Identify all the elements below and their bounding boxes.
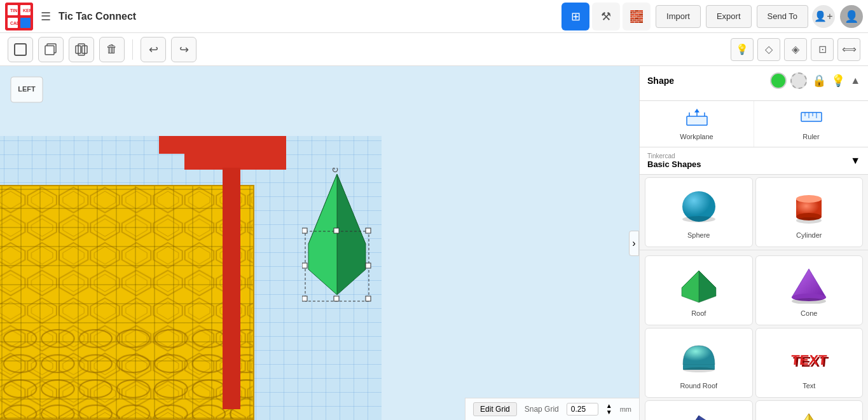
- snap-down-btn[interactable]: ▼: [606, 409, 612, 416]
- text-label: Text: [803, 382, 815, 390]
- sphere-shape-item[interactable]: Sphere: [645, 177, 753, 247]
- collapse-panel-btn[interactable]: ›: [629, 231, 639, 256]
- send-to-btn[interactable]: Send To: [757, 5, 808, 28]
- add-user-icon[interactable]: 👤+: [812, 5, 835, 28]
- tool-panel: Workplane Ruler: [640, 101, 868, 147]
- topbar: TIN KER CAD ☰ Tic Tac Connect ⊞ ⚒ 🧱 Impo…: [0, 0, 868, 33]
- hole-color-btn[interactable]: [790, 72, 807, 89]
- svg-marker-39: [694, 109, 699, 112]
- build-btn[interactable]: ⚒: [592, 3, 620, 30]
- selected-green-shape[interactable]: ↻ ↻: [302, 168, 372, 308]
- import-btn[interactable]: Import: [656, 5, 701, 28]
- svg-point-46: [682, 216, 715, 222]
- svg-point-58: [683, 367, 715, 372]
- ruler-label: Ruler: [803, 133, 819, 140]
- svg-rect-10: [45, 46, 54, 55]
- edit-grid-btn[interactable]: Edit Grid: [473, 402, 517, 416]
- pyramid-shape-item[interactable]: Pyramid: [755, 400, 864, 420]
- red-bar-vert: [223, 168, 240, 409]
- grid-view-btn[interactable]: ⊞: [561, 3, 589, 30]
- svg-rect-29: [366, 263, 371, 268]
- redo-tool[interactable]: ↪: [171, 37, 196, 62]
- bulb-icon[interactable]: 💡: [831, 74, 845, 88]
- top-right-icons: ⊞ ⚒ 🧱 Import Export Send To 👤+ 👤: [561, 3, 863, 30]
- shape-colors: [770, 72, 807, 89]
- svg-rect-27: [366, 228, 371, 233]
- sphere-label: Sphere: [687, 231, 710, 239]
- svg-marker-22: [337, 174, 366, 295]
- list-icon[interactable]: ☰: [41, 10, 51, 24]
- duplicate-tool[interactable]: [38, 37, 64, 62]
- red-bar-top: [159, 136, 286, 154]
- grid-toggle-tool[interactable]: ⊡: [811, 38, 834, 61]
- mirror-tool[interactable]: ⟺: [837, 38, 860, 61]
- viewport[interactable]: LEFT ⌂ ⊕ + − ⊡: [0, 66, 639, 420]
- svg-marker-65: [790, 414, 809, 420]
- text-shape-item[interactable]: TEXT TEXT Text: [755, 328, 864, 398]
- export-btn[interactable]: Export: [706, 5, 752, 28]
- text-canvas: TEXT TEXT: [783, 335, 834, 379]
- svg-rect-20: [0, 326, 252, 419]
- new-shape-tool[interactable]: [8, 37, 33, 62]
- svg-text:↻: ↻: [331, 168, 339, 175]
- shape-title: Shape: [647, 76, 674, 86]
- library-header: Tinkercad Basic Shapes ▼: [640, 147, 868, 175]
- svg-rect-25: [302, 228, 307, 233]
- cone-canvas: [783, 262, 834, 307]
- wedge-canvas: [673, 407, 724, 420]
- top-shapes-row: Sphere: [640, 175, 868, 250]
- snap-grid-label: Snap Grid: [525, 405, 559, 414]
- group-tool[interactable]: [69, 37, 94, 62]
- cylinder-label: Cylinder: [796, 231, 822, 239]
- svg-rect-8: [15, 44, 26, 55]
- svg-rect-35: [687, 116, 707, 125]
- user-avatar[interactable]: 👤: [840, 5, 863, 28]
- toolbar: 🗑 ↩ ↪ 💡 ◇ ◈ ⊡ ⟺: [0, 33, 868, 66]
- roof-shape-item[interactable]: Roof: [645, 255, 753, 325]
- snap-value-input[interactable]: [567, 403, 598, 416]
- round-roof-shape-item[interactable]: Round Roof: [645, 328, 753, 398]
- cylinder-shape-item[interactable]: Cylinder: [755, 177, 864, 247]
- workplane-tool[interactable]: Workplane: [640, 101, 754, 147]
- cone-shape-item[interactable]: Cone: [755, 255, 864, 325]
- svg-text:KER: KER: [23, 8, 32, 13]
- tinkercad-logo[interactable]: TIN KER CAD: [5, 3, 33, 30]
- ruler-tool[interactable]: Ruler: [754, 101, 868, 147]
- svg-marker-62: [680, 416, 699, 420]
- main-area: LEFT ⌂ ⊕ + − ⊡: [0, 66, 868, 420]
- library-dropdown-btn[interactable]: ▼: [850, 155, 860, 166]
- align-tool[interactable]: ◈: [784, 38, 807, 61]
- library-subtitle: Basic Shapes: [647, 159, 701, 169]
- undo-tool[interactable]: ↩: [141, 37, 166, 62]
- library-brand: Tinkercad: [647, 152, 701, 159]
- svg-marker-23: [308, 174, 337, 295]
- svg-text:TIN: TIN: [10, 8, 17, 13]
- delete-tool[interactable]: 🗑: [99, 37, 125, 62]
- svg-text:CAD: CAD: [10, 21, 20, 25]
- svg-rect-4: [20, 18, 31, 28]
- workplane-label: Workplane: [680, 133, 713, 140]
- shape-outline-tool[interactable]: ◇: [757, 38, 780, 61]
- light-tool[interactable]: 💡: [731, 38, 754, 61]
- red-bar-mid: [184, 152, 286, 170]
- pyramid-canvas: [783, 407, 834, 420]
- lock-icon[interactable]: 🔒: [812, 74, 826, 88]
- svg-rect-30: [302, 296, 307, 301]
- cone-label: Cone: [801, 309, 817, 317]
- svg-rect-40: [801, 112, 822, 121]
- right-panel: Shape 🔒 💡 ▲: [639, 66, 868, 420]
- svg-text:TEXT: TEXT: [790, 352, 828, 368]
- svg-rect-32: [366, 296, 371, 301]
- toolbar-separator: [132, 39, 133, 60]
- project-title: Tic Tac Connect: [59, 11, 556, 22]
- shape-grid: Roof: [640, 250, 868, 420]
- blocks-btn[interactable]: 🧱: [623, 3, 651, 30]
- solid-color-btn[interactable]: [770, 72, 787, 89]
- wedge-shape-item[interactable]: Wedge: [645, 400, 753, 420]
- library-title-group: Tinkercad Basic Shapes: [647, 152, 701, 169]
- shape-panel: Shape 🔒 💡 ▲: [640, 66, 868, 101]
- svg-rect-31: [334, 296, 339, 301]
- oval-pattern: [0, 326, 253, 419]
- svg-rect-28: [302, 263, 307, 268]
- collapse-shape-btn[interactable]: ▲: [850, 75, 860, 86]
